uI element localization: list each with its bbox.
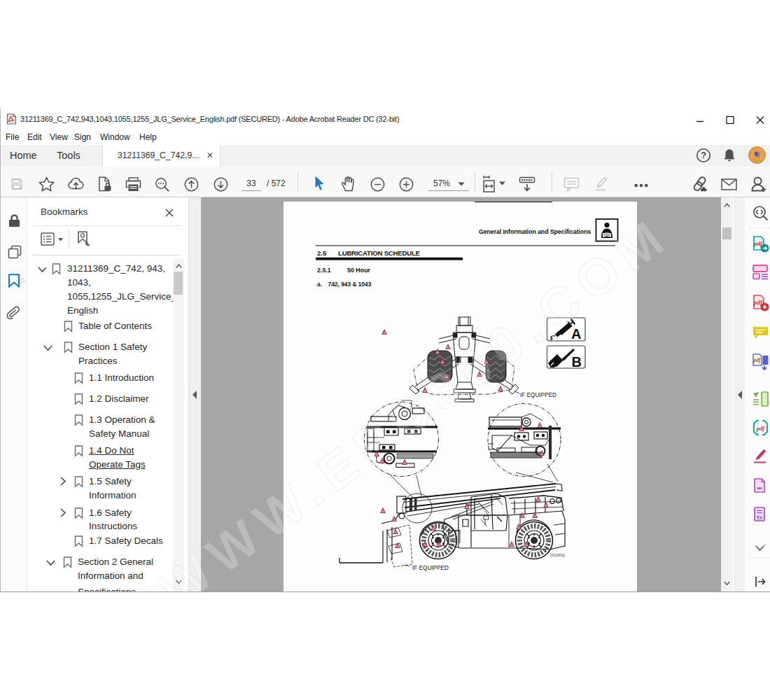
svg-text:¶x: ¶x (757, 514, 763, 521)
svg-text:LUBRICATION SCHEDULE: LUBRICATION SCHEDULE (338, 249, 421, 257)
svg-text:B: B (572, 354, 582, 370)
svg-text:General Information and Specif: General Information and Specifications (479, 228, 591, 235)
svg-text:2.5.1: 2.5.1 (317, 267, 331, 274)
svg-text:pdf: pdf (756, 425, 766, 432)
svg-text:IF EQUIPPED: IF EQUIPPED (520, 392, 556, 398)
svg-text:50 Hour: 50 Hour (347, 267, 371, 274)
svg-text:pdf: pdf (753, 357, 762, 363)
svg-text:2.5: 2.5 (317, 249, 327, 257)
svg-text:?: ? (701, 150, 706, 160)
svg-text:IF EQUIPPED: IF EQUIPPED (412, 565, 449, 571)
svg-text:a.: a. (317, 281, 322, 288)
svg-text:OC0011: OC0011 (550, 553, 565, 557)
svg-text:742, 943 & 1043: 742, 943 & 1043 (328, 281, 372, 288)
svg-text:A: A (571, 326, 581, 342)
